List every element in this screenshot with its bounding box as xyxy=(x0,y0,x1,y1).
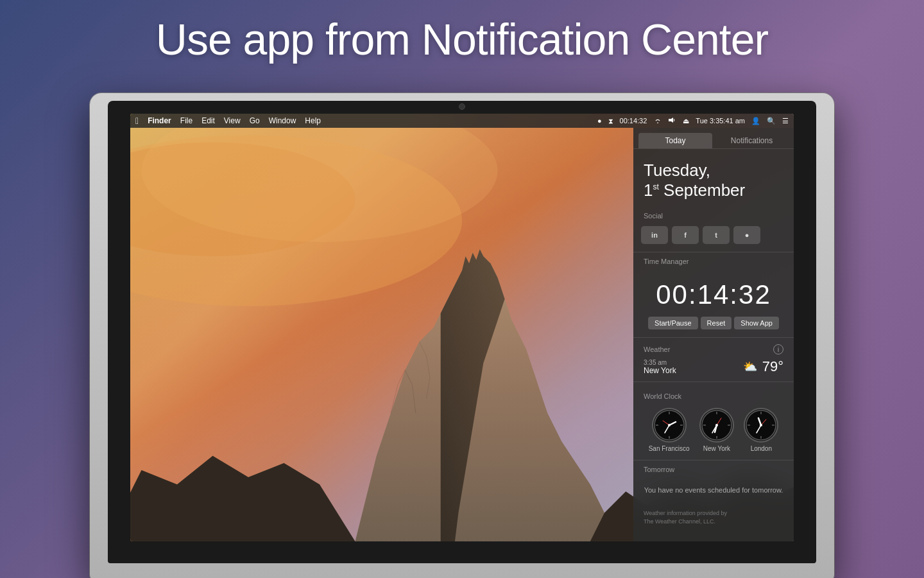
nc-weather-section: Weather i 3:35 am New York ⛅ 79° xyxy=(633,339,794,380)
nc-weather-location-info: 3:35 am New York xyxy=(644,359,676,375)
menubar-search-icon[interactable]: 🔍 xyxy=(767,117,776,125)
screen-bezel:  Finder File Edit View Go Window Help ●… xyxy=(108,101,816,563)
timer-start-pause-button[interactable]: Start/Pause xyxy=(648,317,697,329)
svg-point-31 xyxy=(760,424,762,426)
help-menu[interactable]: Help xyxy=(305,116,321,125)
twitter-button[interactable]: t xyxy=(703,226,730,244)
menubar-hourglass: ⧗ xyxy=(608,117,613,125)
divider-3 xyxy=(633,381,794,382)
world-clock-section-label: World Clock xyxy=(644,389,783,403)
nc-day-number: 1 xyxy=(644,180,653,200)
file-menu[interactable]: File xyxy=(180,116,193,125)
divider-4 xyxy=(633,460,794,460)
facebook-button[interactable]: f xyxy=(672,226,699,244)
nc-weather-icon: ⛅ xyxy=(743,360,757,374)
svg-point-13 xyxy=(668,424,671,426)
notification-center-panel[interactable]: Today Notifications Tuesday, 1st Septemb… xyxy=(633,128,794,541)
tomorrow-section-label: Tomorrow xyxy=(633,462,794,476)
weather-section-label: Weather xyxy=(644,346,670,353)
clock-label-london: London xyxy=(751,445,772,452)
nc-tabs: Today Notifications xyxy=(633,128,794,149)
menubar-datetime: Tue 3:35:41 am xyxy=(696,117,745,125)
clock-san-francisco: San Francisco xyxy=(649,408,690,452)
menubar-wifi-icon[interactable] xyxy=(653,117,662,125)
clock-label-san-francisco: San Francisco xyxy=(649,445,690,452)
macbook-shell:  Finder File Edit View Go Window Help ●… xyxy=(90,93,834,578)
menubar-dot: ● xyxy=(597,117,602,125)
clock-face-london xyxy=(744,408,778,442)
time-manager-label: Time Manager xyxy=(633,254,794,268)
nc-timer-buttons: Start/Pause Reset Show App xyxy=(644,317,783,329)
finder-menu[interactable]: Finder xyxy=(148,116,171,125)
linkedin-button[interactable]: in xyxy=(641,226,668,244)
go-menu[interactable]: Go xyxy=(250,116,260,125)
menubar-eject-icon[interactable]: ⏏ xyxy=(683,117,689,125)
menubar-time-tracker: 00:14:32 xyxy=(620,117,647,125)
tab-today[interactable]: Today xyxy=(638,133,712,148)
apple-menu[interactable]:  xyxy=(135,116,139,126)
nc-weather-time: 3:35 am xyxy=(644,359,676,366)
clock-london: London xyxy=(744,408,778,452)
nc-tomorrow-section: You have no events scheduled for tomorro… xyxy=(633,476,794,504)
menubar-left:  Finder File Edit View Go Window Help xyxy=(135,116,321,126)
menubar-nc-icon[interactable]: ☰ xyxy=(782,117,789,125)
divider-2 xyxy=(633,337,794,338)
weather-info-icon[interactable]: i xyxy=(773,344,783,355)
nc-world-clock-section: World Clock xyxy=(633,383,794,459)
nc-weather-header: Weather i xyxy=(644,344,783,355)
nc-day-name: Tuesday, xyxy=(644,161,710,180)
nc-weather-temp-row: ⛅ 79° xyxy=(743,358,783,375)
divider-1 xyxy=(633,252,794,252)
nc-weather-temperature: 79° xyxy=(762,358,783,375)
nc-weather-attribution: Weather information provided by The Weat… xyxy=(633,504,794,536)
nc-date-display: Tuesday, 1st September xyxy=(644,161,783,200)
menubar-volume-icon[interactable] xyxy=(669,117,676,125)
macbook-screen:  Finder File Edit View Go Window Help ●… xyxy=(130,114,794,541)
window-menu[interactable]: Window xyxy=(269,116,296,125)
macbook-device:  Finder File Edit View Go Window Help ●… xyxy=(90,93,834,578)
view-menu[interactable]: View xyxy=(224,116,241,125)
nc-timer-display: 00:14:32 xyxy=(644,274,783,317)
clock-new-york: New York xyxy=(699,408,734,452)
nc-tomorrow-message: You have no events scheduled for tomorro… xyxy=(644,481,783,499)
tab-notifications[interactable]: Notifications xyxy=(715,133,789,148)
nc-social-row: in f t ● xyxy=(633,222,794,250)
nc-month: September xyxy=(663,180,745,200)
menubar:  Finder File Edit View Go Window Help ●… xyxy=(130,114,794,128)
timer-show-app-button[interactable]: Show App xyxy=(734,317,779,329)
webcam xyxy=(459,103,465,110)
message-button[interactable]: ● xyxy=(733,226,760,244)
social-section-label: Social xyxy=(633,208,794,222)
edit-menu[interactable]: Edit xyxy=(201,116,215,125)
nc-weather-location: New York xyxy=(644,366,676,375)
clock-face-new-york xyxy=(699,408,734,442)
timer-reset-button[interactable]: Reset xyxy=(701,317,732,329)
nc-clocks-row: San Francisco xyxy=(644,408,783,452)
menubar-user-icon[interactable]: 👤 xyxy=(751,117,760,125)
svg-rect-4 xyxy=(669,119,671,121)
menubar-right: ● ⧗ 00:14:32 xyxy=(597,117,789,125)
nc-timer-section: 00:14:32 Start/Pause Reset Show App xyxy=(633,268,794,336)
nc-date-section: Tuesday, 1st September xyxy=(633,149,794,208)
clock-label-new-york: New York xyxy=(703,445,730,452)
nc-day-suffix: st xyxy=(653,183,658,192)
clock-face-san-francisco xyxy=(652,408,687,442)
svg-point-22 xyxy=(715,424,718,426)
page-title: Use app from Notification Center xyxy=(0,0,924,64)
